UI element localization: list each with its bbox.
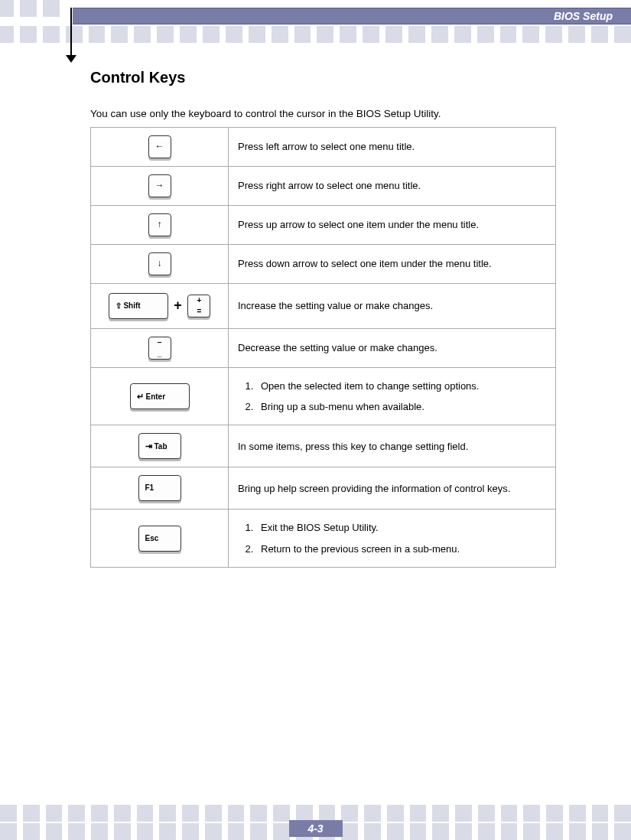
list-item: Open the selected item to change setting… [256,376,546,396]
down-arrow-key-icon: ↓ [148,252,171,275]
f1-key-icon: F1 [138,475,181,501]
key-description: Bring up help screen providing the infor… [229,467,556,510]
top-decoration: BIOS Setup [0,0,631,43]
list-item: Bring up a sub-menu when available. [256,396,546,417]
table-row: ⇧ Shift + + = Increase the setting value… [91,284,556,329]
table-row: → Press right arrow to select one menu t… [91,167,556,206]
deco-row [0,0,60,17]
key-cell: Enter [91,367,229,425]
key-description: In some items, press this key to change … [229,425,556,467]
left-arrow-key-icon: ← [148,135,171,158]
deco-row [0,805,631,822]
plus-equals-key-icon: + = [187,295,210,317]
key-cell: ↑ [91,206,229,245]
key-cell: F1 [91,467,229,510]
header-bar: BIOS Setup [73,8,631,24]
right-arrow-key-icon: → [148,174,171,197]
header-title: BIOS Setup [554,10,613,22]
key-description: Press down arrow to select one item unde… [229,245,556,284]
key-description: Press up arrow to select one item under … [229,206,556,245]
key-cell: → [91,167,229,206]
section-heading: Control Keys [90,69,556,86]
plus-icon: + [174,291,182,321]
table-row: F1 Bring up help screen providing the in… [91,467,556,510]
key-description: Press left arrow to select one menu titl… [229,128,556,167]
key-description: Exit the BIOS Setup Utility. Return to t… [229,510,556,568]
minus-key-icon: – _ [148,337,171,360]
tab-key-icon: Tab [138,433,181,459]
key-cell: ← [91,128,229,167]
page-content: Control Keys You can use only the keyboa… [90,69,556,568]
esc-key-icon: Esc [138,526,181,552]
page-number-text: 4-3 [307,822,323,835]
table-row: – _ Decrease the setting value or make c… [91,328,556,367]
shift-key-icon: ⇧ Shift [109,293,168,319]
table-row: Esc Exit the BIOS Setup Utility. Return … [91,510,556,568]
key-description: Press right arrow to select one menu tit… [229,167,556,206]
key-description: Open the selected item to change setting… [229,367,556,425]
table-row: Enter Open the selected item to change s… [91,367,556,425]
arrow-down-icon [66,55,76,63]
control-keys-table: ← Press left arrow to select one menu ti… [90,127,556,568]
up-arrow-key-icon: ↑ [148,213,171,236]
key-cell: Tab [91,425,229,467]
key-description: Increase the setting value or make chang… [229,284,556,329]
table-row: ↑ Press up arrow to select one item unde… [91,206,556,245]
table-row: ↓ Press down arrow to select one item un… [91,245,556,284]
key-cell: ↓ [91,245,229,284]
table-row: Tab In some items, press this key to cha… [91,425,556,467]
list-item: Return to the previous screen in a sub-m… [256,539,546,559]
page-number: 4-3 [289,820,343,837]
arrow-stem [70,8,72,60]
key-description: Decrease the setting value or make chang… [229,328,556,367]
intro-text: You can use only the keyboard to control… [90,108,556,119]
enter-key-icon: Enter [130,383,190,409]
key-cell: – _ [91,328,229,367]
list-item: Exit the BIOS Setup Utility. [256,517,546,538]
key-cell: ⇧ Shift + + = [91,284,229,329]
bottom-decoration: 4-3 [0,800,631,840]
table-row: ← Press left arrow to select one menu ti… [91,128,556,167]
deco-row [0,26,631,43]
key-cell: Esc [91,510,229,568]
